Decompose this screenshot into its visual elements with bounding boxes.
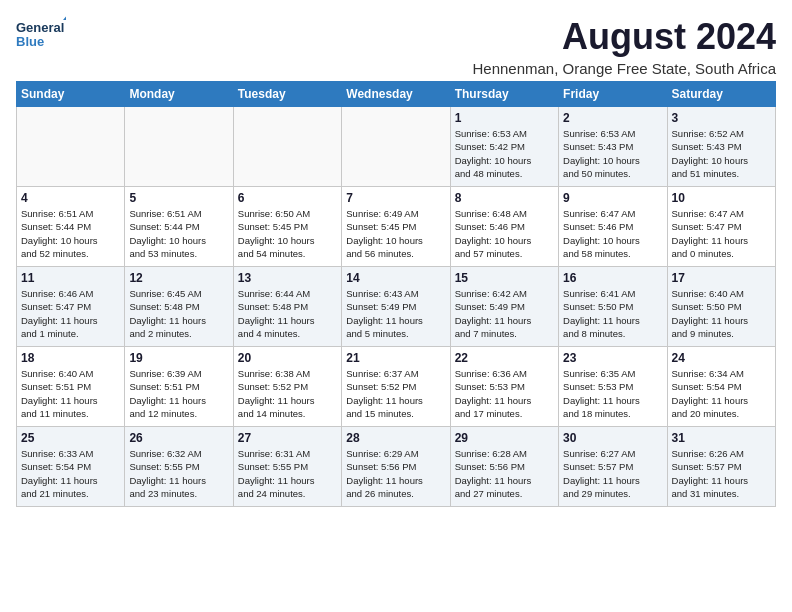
calendar-cell: 27Sunrise: 6:31 AM Sunset: 5:55 PM Dayli… bbox=[233, 427, 341, 507]
calendar-cell bbox=[17, 107, 125, 187]
day-number: 23 bbox=[563, 351, 662, 365]
calendar-cell: 28Sunrise: 6:29 AM Sunset: 5:56 PM Dayli… bbox=[342, 427, 450, 507]
calendar-cell: 30Sunrise: 6:27 AM Sunset: 5:57 PM Dayli… bbox=[559, 427, 667, 507]
calendar-cell: 8Sunrise: 6:48 AM Sunset: 5:46 PM Daylig… bbox=[450, 187, 558, 267]
day-number: 29 bbox=[455, 431, 554, 445]
day-number: 6 bbox=[238, 191, 337, 205]
day-info: Sunrise: 6:28 AM Sunset: 5:56 PM Dayligh… bbox=[455, 447, 554, 500]
weekday-header-friday: Friday bbox=[559, 82, 667, 107]
day-info: Sunrise: 6:38 AM Sunset: 5:52 PM Dayligh… bbox=[238, 367, 337, 420]
calendar-cell: 14Sunrise: 6:43 AM Sunset: 5:49 PM Dayli… bbox=[342, 267, 450, 347]
calendar-cell: 1Sunrise: 6:53 AM Sunset: 5:42 PM Daylig… bbox=[450, 107, 558, 187]
calendar-cell: 21Sunrise: 6:37 AM Sunset: 5:52 PM Dayli… bbox=[342, 347, 450, 427]
calendar-cell: 12Sunrise: 6:45 AM Sunset: 5:48 PM Dayli… bbox=[125, 267, 233, 347]
month-year-title: August 2024 bbox=[66, 16, 776, 58]
calendar-cell: 4Sunrise: 6:51 AM Sunset: 5:44 PM Daylig… bbox=[17, 187, 125, 267]
day-number: 20 bbox=[238, 351, 337, 365]
calendar-cell: 23Sunrise: 6:35 AM Sunset: 5:53 PM Dayli… bbox=[559, 347, 667, 427]
day-number: 24 bbox=[672, 351, 771, 365]
calendar-cell: 20Sunrise: 6:38 AM Sunset: 5:52 PM Dayli… bbox=[233, 347, 341, 427]
svg-text:Blue: Blue bbox=[16, 34, 44, 49]
day-number: 21 bbox=[346, 351, 445, 365]
day-number: 2 bbox=[563, 111, 662, 125]
calendar-cell: 7Sunrise: 6:49 AM Sunset: 5:45 PM Daylig… bbox=[342, 187, 450, 267]
calendar-cell: 15Sunrise: 6:42 AM Sunset: 5:49 PM Dayli… bbox=[450, 267, 558, 347]
day-info: Sunrise: 6:33 AM Sunset: 5:54 PM Dayligh… bbox=[21, 447, 120, 500]
weekday-header-monday: Monday bbox=[125, 82, 233, 107]
calendar-table: SundayMondayTuesdayWednesdayThursdayFrid… bbox=[16, 81, 776, 507]
day-info: Sunrise: 6:46 AM Sunset: 5:47 PM Dayligh… bbox=[21, 287, 120, 340]
calendar-cell: 19Sunrise: 6:39 AM Sunset: 5:51 PM Dayli… bbox=[125, 347, 233, 427]
calendar-cell: 31Sunrise: 6:26 AM Sunset: 5:57 PM Dayli… bbox=[667, 427, 775, 507]
day-number: 14 bbox=[346, 271, 445, 285]
day-info: Sunrise: 6:52 AM Sunset: 5:43 PM Dayligh… bbox=[672, 127, 771, 180]
day-info: Sunrise: 6:31 AM Sunset: 5:55 PM Dayligh… bbox=[238, 447, 337, 500]
day-info: Sunrise: 6:37 AM Sunset: 5:52 PM Dayligh… bbox=[346, 367, 445, 420]
day-number: 5 bbox=[129, 191, 228, 205]
calendar-cell: 24Sunrise: 6:34 AM Sunset: 5:54 PM Dayli… bbox=[667, 347, 775, 427]
day-info: Sunrise: 6:43 AM Sunset: 5:49 PM Dayligh… bbox=[346, 287, 445, 340]
day-number: 17 bbox=[672, 271, 771, 285]
calendar-cell: 22Sunrise: 6:36 AM Sunset: 5:53 PM Dayli… bbox=[450, 347, 558, 427]
day-number: 1 bbox=[455, 111, 554, 125]
day-number: 13 bbox=[238, 271, 337, 285]
calendar-cell: 6Sunrise: 6:50 AM Sunset: 5:45 PM Daylig… bbox=[233, 187, 341, 267]
day-info: Sunrise: 6:42 AM Sunset: 5:49 PM Dayligh… bbox=[455, 287, 554, 340]
day-number: 28 bbox=[346, 431, 445, 445]
day-info: Sunrise: 6:41 AM Sunset: 5:50 PM Dayligh… bbox=[563, 287, 662, 340]
day-info: Sunrise: 6:39 AM Sunset: 5:51 PM Dayligh… bbox=[129, 367, 228, 420]
day-info: Sunrise: 6:53 AM Sunset: 5:43 PM Dayligh… bbox=[563, 127, 662, 180]
calendar-cell bbox=[233, 107, 341, 187]
weekday-header-wednesday: Wednesday bbox=[342, 82, 450, 107]
calendar-cell: 25Sunrise: 6:33 AM Sunset: 5:54 PM Dayli… bbox=[17, 427, 125, 507]
day-number: 4 bbox=[21, 191, 120, 205]
day-number: 10 bbox=[672, 191, 771, 205]
weekday-header-saturday: Saturday bbox=[667, 82, 775, 107]
day-info: Sunrise: 6:50 AM Sunset: 5:45 PM Dayligh… bbox=[238, 207, 337, 260]
weekday-header-thursday: Thursday bbox=[450, 82, 558, 107]
day-number: 3 bbox=[672, 111, 771, 125]
day-number: 26 bbox=[129, 431, 228, 445]
calendar-cell: 26Sunrise: 6:32 AM Sunset: 5:55 PM Dayli… bbox=[125, 427, 233, 507]
day-number: 30 bbox=[563, 431, 662, 445]
day-number: 9 bbox=[563, 191, 662, 205]
title-block: August 2024 Hennenman, Orange Free State… bbox=[66, 16, 776, 77]
calendar-cell: 10Sunrise: 6:47 AM Sunset: 5:47 PM Dayli… bbox=[667, 187, 775, 267]
day-number: 7 bbox=[346, 191, 445, 205]
calendar-cell: 16Sunrise: 6:41 AM Sunset: 5:50 PM Dayli… bbox=[559, 267, 667, 347]
day-info: Sunrise: 6:32 AM Sunset: 5:55 PM Dayligh… bbox=[129, 447, 228, 500]
calendar-cell: 29Sunrise: 6:28 AM Sunset: 5:56 PM Dayli… bbox=[450, 427, 558, 507]
calendar-cell: 13Sunrise: 6:44 AM Sunset: 5:48 PM Dayli… bbox=[233, 267, 341, 347]
calendar-cell: 11Sunrise: 6:46 AM Sunset: 5:47 PM Dayli… bbox=[17, 267, 125, 347]
day-info: Sunrise: 6:44 AM Sunset: 5:48 PM Dayligh… bbox=[238, 287, 337, 340]
day-number: 19 bbox=[129, 351, 228, 365]
day-number: 25 bbox=[21, 431, 120, 445]
day-info: Sunrise: 6:40 AM Sunset: 5:50 PM Dayligh… bbox=[672, 287, 771, 340]
day-number: 18 bbox=[21, 351, 120, 365]
weekday-header-sunday: Sunday bbox=[17, 82, 125, 107]
day-number: 11 bbox=[21, 271, 120, 285]
day-number: 12 bbox=[129, 271, 228, 285]
svg-text:General: General bbox=[16, 20, 64, 35]
day-number: 8 bbox=[455, 191, 554, 205]
logo: General Blue bbox=[16, 16, 66, 56]
day-info: Sunrise: 6:53 AM Sunset: 5:42 PM Dayligh… bbox=[455, 127, 554, 180]
day-number: 16 bbox=[563, 271, 662, 285]
calendar-cell bbox=[125, 107, 233, 187]
day-info: Sunrise: 6:51 AM Sunset: 5:44 PM Dayligh… bbox=[21, 207, 120, 260]
day-info: Sunrise: 6:35 AM Sunset: 5:53 PM Dayligh… bbox=[563, 367, 662, 420]
day-number: 22 bbox=[455, 351, 554, 365]
day-info: Sunrise: 6:40 AM Sunset: 5:51 PM Dayligh… bbox=[21, 367, 120, 420]
day-info: Sunrise: 6:29 AM Sunset: 5:56 PM Dayligh… bbox=[346, 447, 445, 500]
calendar-cell: 9Sunrise: 6:47 AM Sunset: 5:46 PM Daylig… bbox=[559, 187, 667, 267]
day-info: Sunrise: 6:47 AM Sunset: 5:46 PM Dayligh… bbox=[563, 207, 662, 260]
calendar-cell bbox=[342, 107, 450, 187]
day-number: 15 bbox=[455, 271, 554, 285]
calendar-cell: 18Sunrise: 6:40 AM Sunset: 5:51 PM Dayli… bbox=[17, 347, 125, 427]
day-info: Sunrise: 6:48 AM Sunset: 5:46 PM Dayligh… bbox=[455, 207, 554, 260]
calendar-cell: 3Sunrise: 6:52 AM Sunset: 5:43 PM Daylig… bbox=[667, 107, 775, 187]
day-number: 31 bbox=[672, 431, 771, 445]
day-info: Sunrise: 6:51 AM Sunset: 5:44 PM Dayligh… bbox=[129, 207, 228, 260]
calendar-cell: 17Sunrise: 6:40 AM Sunset: 5:50 PM Dayli… bbox=[667, 267, 775, 347]
day-info: Sunrise: 6:26 AM Sunset: 5:57 PM Dayligh… bbox=[672, 447, 771, 500]
